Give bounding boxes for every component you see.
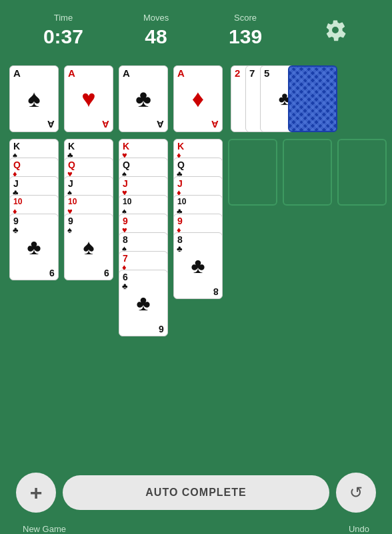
foundation-spades[interactable]: A A ♠ [9, 65, 59, 132]
score-value: 139 [229, 25, 262, 48]
stock-pile[interactable] [288, 65, 337, 132]
undo-label: Undo [349, 524, 369, 534]
tableau-col-3[interactable]: K♦KQ♣QJ♦J10♣109♦98♣8♣ [173, 139, 223, 299]
settings-button[interactable] [322, 17, 349, 43]
foundation-clubs[interactable]: A A ♣ [119, 65, 168, 132]
auto-complete-button[interactable]: AUTO COMPLETE [63, 475, 329, 510]
bottom-bar: + AUTO COMPLETE ↺ New Game Undo [0, 467, 392, 534]
top-row: A A ♠ A A ♥ A A ♣ A A ♦ 2 ♥ [9, 65, 383, 132]
card-col1-4[interactable]: 9♠9♠ [64, 214, 113, 280]
time-label: Time [54, 13, 73, 23]
tableau-col-0[interactable]: K♠KQ♦QJ♣J10♦109♣9♣ [9, 139, 59, 280]
card-col2-7[interactable]: 6♣6♣ [119, 270, 168, 336]
card-col3-5[interactable]: 8♣8♣ [173, 232, 223, 299]
bottom-labels: New Game Undo [16, 524, 376, 534]
time-stat: Time 0:37 [43, 13, 83, 48]
card-col0-4[interactable]: 9♣9♣ [9, 214, 59, 280]
empty-slot-4[interactable] [228, 139, 277, 206]
moves-label: Moves [143, 13, 169, 23]
tableau-col-1[interactable]: K♣KQ♥QJ♠J10♥109♠9♠ [64, 139, 113, 280]
new-game-button[interactable]: + [16, 473, 56, 513]
empty-slot-5[interactable] [283, 139, 332, 206]
moves-value: 48 [145, 25, 167, 48]
time-value: 0:37 [43, 25, 83, 48]
score-stat: Score 139 [229, 13, 262, 48]
stock-pattern [289, 67, 336, 131]
score-label: Score [234, 13, 257, 23]
bottom-buttons: + AUTO COMPLETE ↺ [16, 473, 376, 513]
empty-slot-6[interactable] [337, 139, 387, 206]
tableau-col-5[interactable] [283, 139, 332, 206]
waste-pile[interactable]: 2 ♥ 7 ♠ 5 ♣ [231, 65, 280, 132]
game-area: A A ♠ A A ♥ A A ♣ A A ♦ 2 ♥ [0, 59, 392, 336]
new-game-label: New Game [23, 524, 66, 534]
gear-icon [324, 19, 347, 41]
undo-button[interactable]: ↺ [336, 473, 376, 513]
tableau-col-6[interactable] [337, 139, 387, 206]
tableau: K♠KQ♦QJ♣J10♦109♣9♣K♣KQ♥QJ♠J10♥109♠9♠K♥KQ… [9, 139, 383, 336]
foundation-diamonds[interactable]: A A ♦ [173, 65, 223, 132]
tableau-col-4[interactable] [228, 139, 277, 206]
game-header: Time 0:37 Moves 48 Score 139 [0, 0, 392, 59]
foundation-hearts[interactable]: A A ♥ [64, 65, 113, 132]
tableau-col-2[interactable]: K♥KQ♠QJ♥J10♠109♥98♠87♦76♣6♣ [119, 139, 168, 336]
moves-stat: Moves 48 [143, 13, 169, 48]
